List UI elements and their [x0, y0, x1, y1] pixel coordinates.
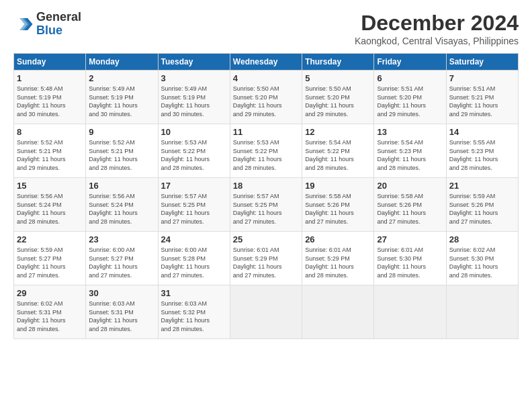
day-cell-18: 18Sunrise: 5:57 AM Sunset: 5:25 PM Dayli…	[230, 178, 302, 232]
day-info: Sunrise: 6:03 AM Sunset: 5:32 PM Dayligh…	[161, 300, 227, 333]
day-cell-28: 28Sunrise: 6:02 AM Sunset: 5:30 PM Dayli…	[446, 232, 518, 285]
day-number: 19	[305, 181, 371, 191]
day-cell-24: 24Sunrise: 6:00 AM Sunset: 5:28 PM Dayli…	[158, 232, 230, 285]
col-header-sunday: Sunday	[14, 54, 86, 71]
day-info: Sunrise: 6:01 AM Sunset: 5:30 PM Dayligh…	[377, 246, 443, 279]
day-number: 31	[161, 288, 227, 298]
day-cell-27: 27Sunrise: 6:01 AM Sunset: 5:30 PM Dayli…	[374, 232, 446, 285]
logo-text: General Blue	[36, 11, 81, 38]
day-number: 29	[17, 288, 83, 298]
day-cell-6: 6Sunrise: 5:51 AM Sunset: 5:20 PM Daylig…	[374, 71, 446, 124]
day-number: 6	[377, 73, 443, 83]
day-cell-14: 14Sunrise: 5:55 AM Sunset: 5:23 PM Dayli…	[446, 124, 518, 178]
day-cell-5: 5Sunrise: 5:50 AM Sunset: 5:20 PM Daylig…	[302, 71, 374, 124]
calendar-table: SundayMondayTuesdayWednesdayThursdayFrid…	[13, 53, 519, 339]
header: General Blue December 2024 Kaongkod, Cen…	[13, 11, 519, 46]
day-number: 7	[449, 73, 515, 83]
logo-icon	[13, 14, 34, 34]
day-info: Sunrise: 5:56 AM Sunset: 5:24 PM Dayligh…	[89, 192, 154, 226]
day-number: 9	[89, 127, 154, 137]
day-cell-25: 25Sunrise: 6:01 AM Sunset: 5:29 PM Dayli…	[230, 232, 302, 285]
day-info: Sunrise: 5:53 AM Sunset: 5:22 PM Dayligh…	[161, 138, 227, 172]
day-number: 2	[89, 73, 154, 83]
day-number: 1	[17, 73, 83, 83]
day-cell-12: 12Sunrise: 5:54 AM Sunset: 5:22 PM Dayli…	[302, 124, 374, 178]
col-header-thursday: Thursday	[302, 54, 374, 71]
calendar-week-3: 15Sunrise: 5:56 AM Sunset: 5:24 PM Dayli…	[14, 178, 519, 232]
month-title: December 2024	[355, 11, 519, 36]
day-number: 18	[233, 181, 299, 191]
day-info: Sunrise: 5:56 AM Sunset: 5:24 PM Dayligh…	[17, 192, 83, 226]
day-cell-17: 17Sunrise: 5:57 AM Sunset: 5:25 PM Dayli…	[158, 178, 230, 232]
day-cell-19: 19Sunrise: 5:58 AM Sunset: 5:26 PM Dayli…	[302, 178, 374, 232]
day-cell-8: 8Sunrise: 5:52 AM Sunset: 5:21 PM Daylig…	[14, 124, 86, 178]
day-cell-29: 29Sunrise: 6:02 AM Sunset: 5:31 PM Dayli…	[14, 285, 86, 339]
day-number: 14	[449, 127, 515, 137]
day-cell-13: 13Sunrise: 5:54 AM Sunset: 5:23 PM Dayli…	[374, 124, 446, 178]
col-header-friday: Friday	[374, 54, 446, 71]
day-info: Sunrise: 5:51 AM Sunset: 5:20 PM Dayligh…	[377, 85, 443, 118]
location: Kaongkod, Central Visayas, Philippines	[355, 36, 519, 46]
day-info: Sunrise: 5:54 AM Sunset: 5:22 PM Dayligh…	[305, 138, 371, 172]
day-number: 26	[305, 234, 371, 244]
day-info: Sunrise: 5:49 AM Sunset: 5:19 PM Dayligh…	[161, 85, 227, 118]
day-number: 13	[377, 127, 443, 137]
day-number: 23	[89, 234, 154, 244]
empty-cell	[230, 285, 302, 339]
title-block: December 2024 Kaongkod, Central Visayas,…	[355, 11, 519, 46]
empty-cell	[374, 285, 446, 339]
day-cell-1: 1Sunrise: 5:48 AM Sunset: 5:19 PM Daylig…	[14, 71, 86, 124]
day-cell-26: 26Sunrise: 6:01 AM Sunset: 5:29 PM Dayli…	[302, 232, 374, 285]
day-number: 16	[89, 181, 154, 191]
day-info: Sunrise: 5:53 AM Sunset: 5:22 PM Dayligh…	[233, 138, 299, 172]
day-info: Sunrise: 5:54 AM Sunset: 5:23 PM Dayligh…	[377, 138, 443, 172]
day-number: 10	[161, 127, 227, 137]
day-cell-9: 9Sunrise: 5:52 AM Sunset: 5:21 PM Daylig…	[86, 124, 158, 178]
day-number: 15	[17, 181, 83, 191]
day-cell-20: 20Sunrise: 5:58 AM Sunset: 5:26 PM Dayli…	[374, 178, 446, 232]
day-info: Sunrise: 5:51 AM Sunset: 5:21 PM Dayligh…	[449, 85, 515, 118]
day-number: 17	[161, 181, 227, 191]
day-cell-3: 3Sunrise: 5:49 AM Sunset: 5:19 PM Daylig…	[158, 71, 230, 124]
day-cell-23: 23Sunrise: 6:00 AM Sunset: 5:27 PM Dayli…	[86, 232, 158, 285]
day-number: 21	[449, 181, 515, 191]
day-number: 3	[161, 73, 227, 83]
day-number: 27	[377, 234, 443, 244]
day-info: Sunrise: 5:59 AM Sunset: 5:26 PM Dayligh…	[449, 192, 515, 226]
calendar-week-5: 29Sunrise: 6:02 AM Sunset: 5:31 PM Dayli…	[14, 285, 519, 339]
day-info: Sunrise: 6:00 AM Sunset: 5:27 PM Dayligh…	[89, 246, 154, 279]
day-info: Sunrise: 5:57 AM Sunset: 5:25 PM Dayligh…	[161, 192, 227, 226]
day-cell-31: 31Sunrise: 6:03 AM Sunset: 5:32 PM Dayli…	[158, 285, 230, 339]
day-number: 30	[89, 288, 154, 298]
day-number: 4	[233, 73, 299, 83]
day-cell-16: 16Sunrise: 5:56 AM Sunset: 5:24 PM Dayli…	[86, 178, 158, 232]
logo-line1: General	[36, 11, 81, 24]
day-number: 8	[17, 127, 83, 137]
day-info: Sunrise: 5:50 AM Sunset: 5:20 PM Dayligh…	[305, 85, 371, 118]
day-info: Sunrise: 5:59 AM Sunset: 5:27 PM Dayligh…	[17, 246, 83, 279]
day-number: 20	[377, 181, 443, 191]
day-number: 11	[233, 127, 299, 137]
day-info: Sunrise: 6:02 AM Sunset: 5:31 PM Dayligh…	[17, 300, 83, 333]
day-info: Sunrise: 5:50 AM Sunset: 5:20 PM Dayligh…	[233, 85, 299, 118]
day-cell-4: 4Sunrise: 5:50 AM Sunset: 5:20 PM Daylig…	[230, 71, 302, 124]
day-info: Sunrise: 5:57 AM Sunset: 5:25 PM Dayligh…	[233, 192, 299, 226]
day-info: Sunrise: 6:01 AM Sunset: 5:29 PM Dayligh…	[233, 246, 299, 279]
col-header-saturday: Saturday	[446, 54, 518, 71]
day-cell-7: 7Sunrise: 5:51 AM Sunset: 5:21 PM Daylig…	[446, 71, 518, 124]
day-number: 5	[305, 73, 371, 83]
day-info: Sunrise: 6:01 AM Sunset: 5:29 PM Dayligh…	[305, 246, 371, 279]
day-number: 22	[17, 234, 83, 244]
calendar-week-1: 1Sunrise: 5:48 AM Sunset: 5:19 PM Daylig…	[14, 71, 519, 124]
calendar-week-2: 8Sunrise: 5:52 AM Sunset: 5:21 PM Daylig…	[14, 124, 519, 178]
calendar-page: General Blue December 2024 Kaongkod, Cen…	[0, 0, 532, 411]
day-cell-10: 10Sunrise: 5:53 AM Sunset: 5:22 PM Dayli…	[158, 124, 230, 178]
day-cell-15: 15Sunrise: 5:56 AM Sunset: 5:24 PM Dayli…	[14, 178, 86, 232]
day-info: Sunrise: 6:02 AM Sunset: 5:30 PM Dayligh…	[449, 246, 515, 279]
day-number: 24	[161, 234, 227, 244]
day-info: Sunrise: 5:55 AM Sunset: 5:23 PM Dayligh…	[449, 138, 515, 172]
logo-line2: Blue	[36, 24, 81, 38]
empty-cell	[302, 285, 374, 339]
day-cell-2: 2Sunrise: 5:49 AM Sunset: 5:19 PM Daylig…	[86, 71, 158, 124]
calendar-header-row: SundayMondayTuesdayWednesdayThursdayFrid…	[14, 54, 519, 71]
